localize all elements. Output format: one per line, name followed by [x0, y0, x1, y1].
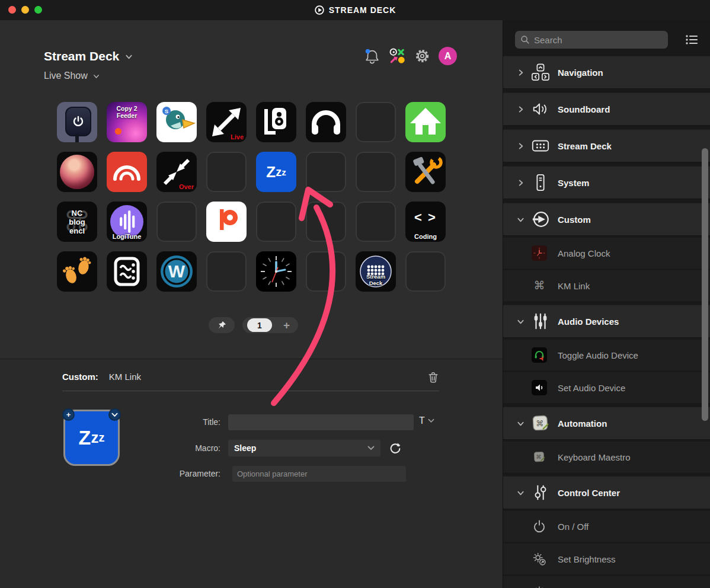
chevron-down-icon[interactable]	[511, 488, 529, 497]
key-patreon[interactable]: patreon	[206, 202, 247, 242]
sidebar-item-keyboard-maestro[interactable]: ⌘Keyboard Maestro	[503, 442, 710, 472]
key-coding[interactable]: < >Coding	[405, 202, 446, 242]
page-1-button[interactable]: 1	[247, 318, 272, 332]
key-redarc[interactable]	[107, 152, 147, 192]
close-button[interactable]	[8, 6, 16, 14]
key-empty[interactable]	[405, 251, 446, 292]
gear-icon[interactable]	[414, 48, 430, 64]
search-icon	[520, 34, 530, 45]
sidebar-item-audio-devices[interactable]: Audio Devices	[503, 305, 710, 338]
key-wordpress[interactable]: W	[156, 251, 197, 292]
key-live[interactable]: Live	[206, 102, 247, 142]
chevron-right-icon[interactable]	[511, 178, 529, 187]
sidebar-item-on-off[interactable]: On / Off	[503, 511, 710, 542]
key-logitune[interactable]: LogiTune	[107, 202, 147, 242]
marketplace-icon[interactable]	[389, 47, 406, 65]
sidebar-item-analog-clock[interactable]: Analog Clock	[503, 238, 710, 269]
notifications-bell-icon[interactable]	[364, 48, 380, 65]
chevron-badge[interactable]	[108, 408, 121, 421]
audio-devices-icon	[531, 312, 550, 331]
sidebar-item-km-link[interactable]: ⌘KM Link	[503, 270, 710, 301]
key-empty[interactable]	[356, 202, 396, 242]
key-empty[interactable]	[206, 152, 247, 192]
clock-face-icon	[256, 251, 296, 292]
chevron-down-icon[interactable]	[511, 419, 529, 428]
avatar[interactable]: A	[439, 47, 457, 65]
elgato-logo-icon	[314, 5, 325, 15]
sidebar-item-stream-deck[interactable]: Stream Deck	[503, 129, 710, 162]
sidebar-item-label: Keyboard Maestro	[558, 452, 631, 462]
chevron-right-icon[interactable]	[511, 142, 529, 151]
sidebar-item-label: Set Audio Device	[558, 383, 625, 393]
key-empty[interactable]	[156, 202, 197, 242]
key-firefox[interactable]: SFirefox	[156, 102, 197, 142]
key-empty[interactable]	[356, 102, 396, 142]
key-empty[interactable]	[356, 152, 396, 192]
sidebar-item-label: On / Off	[558, 522, 589, 532]
macro-dropdown[interactable]: Sleep	[228, 440, 380, 456]
pages-pill: 1 +	[242, 317, 298, 333]
parameter-input[interactable]	[232, 466, 406, 482]
title-input[interactable]	[228, 414, 414, 430]
key-clockkey[interactable]	[256, 251, 296, 292]
set-audio-icon	[529, 377, 549, 398]
key-empty[interactable]	[306, 251, 346, 292]
chevron-down-icon[interactable]	[511, 317, 529, 326]
chevron-right-icon[interactable]	[511, 68, 529, 77]
sidebar-item-navigation[interactable]: Navigation	[503, 56, 710, 89]
titlebar: STREAM DECK	[0, 0, 710, 21]
sidebar-item-automation[interactable]: ⌘Automation	[503, 407, 710, 440]
sidebar-item-soundboard[interactable]: Soundboard	[503, 92, 710, 126]
add-page-button[interactable]: +	[283, 319, 293, 332]
key-editing[interactable]: Editing	[405, 152, 446, 192]
pin-page-button[interactable]	[209, 317, 235, 333]
sidebar-item-set-brightness[interactable]: Set Brightness	[503, 544, 710, 574]
navigation-icon	[529, 62, 552, 83]
profile-selector[interactable]: Stream Deck	[44, 49, 133, 63]
key-ncblog[interactable]: ⌘NCblogencl	[57, 202, 97, 242]
zoom-button[interactable]	[34, 6, 42, 14]
key-headphones[interactable]	[306, 102, 346, 142]
minimize-button[interactable]	[21, 6, 29, 14]
waveboard-icon	[107, 251, 147, 292]
list-view-icon[interactable]	[684, 32, 699, 47]
key-empty[interactable]	[306, 202, 346, 242]
parameter-label: Parameter:	[155, 469, 220, 478]
window-title: STREAM DECK	[329, 5, 396, 15]
chevron-down-icon	[92, 72, 100, 80]
sidebar-item-control-center[interactable]: Control Center	[503, 476, 710, 509]
trash-icon[interactable]	[427, 370, 440, 385]
key-label: Copy 2Feeder	[107, 105, 147, 119]
sidebar-item-custom[interactable]: Custom	[503, 203, 710, 236]
chevron-right	[516, 68, 525, 77]
key-speakerdeck[interactable]	[256, 102, 296, 142]
key-copy2feeder[interactable]: Copy 2Feeder	[107, 102, 147, 142]
key-preview[interactable]: Zzz +	[63, 410, 120, 466]
key-over[interactable]: Over	[156, 152, 197, 192]
sidebar-item-system[interactable]: System	[503, 166, 710, 199]
key-home[interactable]	[405, 102, 446, 142]
sleep-key-char: z	[276, 165, 282, 179]
refresh-icon[interactable]	[389, 442, 402, 455]
key-zzz[interactable]: Zzz	[256, 152, 296, 192]
key-empty[interactable]	[256, 202, 296, 242]
sidebar-item-label: Toggle Audio Device	[558, 350, 638, 360]
chevron-right-icon[interactable]	[511, 105, 529, 114]
font-options-button[interactable]: T	[419, 416, 434, 426]
key-empty[interactable]	[306, 152, 346, 192]
add-action-badge[interactable]: +	[62, 408, 75, 421]
key-waveboard[interactable]	[107, 251, 147, 292]
sidebar-item-set-audio-device[interactable]: Set Audio Device	[503, 372, 710, 403]
sidebar-scrollbar[interactable]	[702, 148, 708, 421]
key-footprints[interactable]	[57, 251, 97, 292]
key-empty[interactable]	[206, 251, 247, 292]
on-off-icon	[529, 516, 549, 537]
page-selector[interactable]: Live Show	[44, 71, 100, 81]
key-power[interactable]	[57, 102, 97, 142]
chevron-down-icon[interactable]	[511, 215, 529, 224]
key-grumpy[interactable]	[57, 152, 97, 192]
search-input[interactable]	[515, 31, 668, 49]
key-streamdeckkey[interactable]: StreamDeck	[356, 251, 396, 292]
sidebar-item-toggle-audio-device[interactable]: Toggle Audio Device	[503, 340, 710, 370]
sidebar-item-adjust-brightness[interactable]: Adjust Brightness	[503, 576, 710, 588]
